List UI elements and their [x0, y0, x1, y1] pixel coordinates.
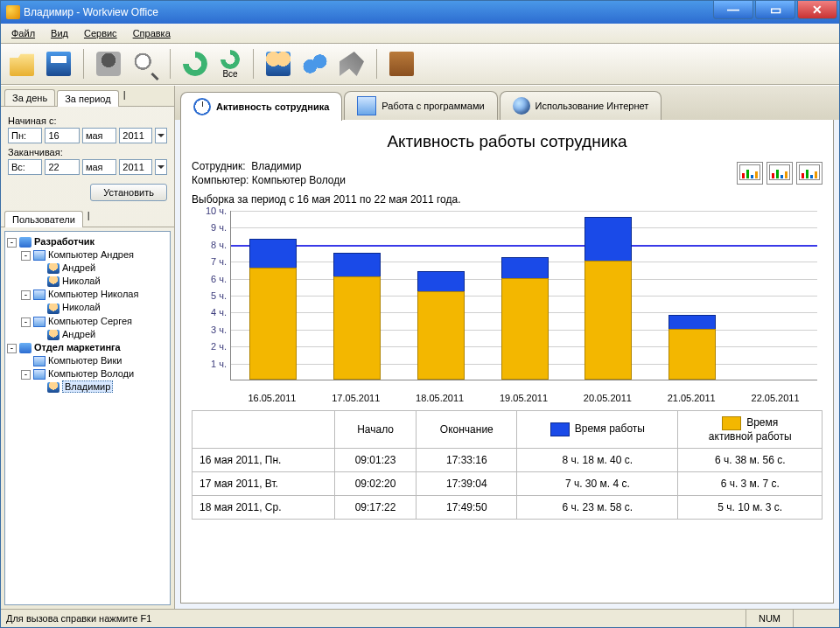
- tree-node[interactable]: -Компьютер Володи: [7, 367, 168, 380]
- open-button[interactable]: [6, 48, 38, 80]
- tree-node-label: Компьютер Андрея: [48, 249, 134, 260]
- menu-help[interactable]: Справка: [126, 26, 178, 40]
- y-tick: 3 ч.: [192, 324, 227, 335]
- tab-programs[interactable]: Работа с программами: [344, 91, 497, 120]
- statusbar: Для вызова справки нажмите F1 NUM: [1, 609, 839, 627]
- tree-node[interactable]: -Компьютер Николая: [7, 288, 168, 301]
- titlebar: Владимир - Workview Office — ▭ ✕: [1, 1, 839, 24]
- th-start: Начало: [334, 411, 416, 449]
- chevron-down-icon[interactable]: [155, 159, 167, 175]
- bar: [584, 217, 632, 380]
- refresh-icon: [183, 52, 207, 76]
- tree-node[interactable]: -Компьютер Андрея: [7, 248, 168, 262]
- status-num: NUM: [746, 610, 793, 627]
- tree-node[interactable]: Андрей: [7, 328, 168, 341]
- tree-node[interactable]: Николай: [7, 275, 168, 288]
- tree-toggle-icon[interactable]: -: [21, 317, 31, 327]
- menu-file[interactable]: Файл: [4, 26, 42, 40]
- computers-button[interactable]: [299, 48, 331, 80]
- tree-node-label: Компьютер Николая: [48, 289, 138, 299]
- legend-yellow-icon: [722, 416, 741, 430]
- date-from[interactable]: Пн: 16 мая 2011: [8, 128, 167, 143]
- user-tree[interactable]: -Разработчик-Компьютер АндреяАндрейНикол…: [4, 231, 171, 605]
- globe-icon: [513, 97, 530, 115]
- activity-table: Начало Окончание Время работы Время акти…: [192, 410, 822, 520]
- folder-icon: [19, 237, 32, 248]
- app-icon: [6, 5, 20, 19]
- activity-chart: 1 ч.2 ч.3 ч.4 ч.5 ч.6 ч.7 ч.8 ч.9 ч.10 ч…: [192, 211, 822, 403]
- tree-toggle-icon[interactable]: -: [21, 290, 31, 300]
- y-tick: 8 ч.: [192, 240, 227, 250]
- refresh-all-button[interactable]: Все: [216, 48, 244, 80]
- x-category: 19.05.2011: [500, 393, 548, 403]
- x-category: 21.05.2011: [668, 393, 716, 403]
- menu-service[interactable]: Сервис: [77, 26, 124, 40]
- folder-icon: [10, 52, 34, 76]
- tab-per-period[interactable]: За период: [57, 90, 118, 107]
- tree-node[interactable]: -Отдел маркетинга: [7, 341, 168, 354]
- tree-toggle-icon[interactable]: -: [7, 344, 17, 353]
- user-icon: [47, 382, 60, 393]
- computer-label: Компьютер:: [192, 174, 248, 186]
- y-tick: 4 ч.: [192, 307, 227, 317]
- selection-note: Выборка за период с 16 мая 2011 по 22 ма…: [192, 193, 822, 206]
- chart-view-1[interactable]: [737, 162, 763, 185]
- chart-view-2[interactable]: [766, 162, 793, 185]
- folder-icon: [19, 343, 32, 353]
- save-button[interactable]: [43, 48, 74, 80]
- tab-activity[interactable]: Активность сотрудника: [180, 92, 342, 121]
- tree-node-label: Владимир: [62, 380, 113, 393]
- x-category: 17.05.2011: [332, 393, 380, 403]
- print-button[interactable]: [93, 48, 124, 80]
- employee-label: Сотрудник:: [192, 160, 246, 172]
- tree-node-label: Разработчик: [34, 236, 94, 247]
- y-tick: 5 ч.: [192, 290, 227, 301]
- comp-icon: [33, 250, 46, 261]
- th-date: [192, 411, 335, 449]
- menu-view[interactable]: Вид: [44, 26, 75, 40]
- chart-view-3[interactable]: [796, 162, 822, 185]
- line-chart-icon: [799, 164, 820, 180]
- tab-per-day[interactable]: За день: [4, 89, 55, 106]
- tab-internet[interactable]: Использование Интернет: [500, 91, 662, 120]
- tree-node[interactable]: -Компьютер Сергея: [7, 315, 168, 328]
- close-button[interactable]: ✕: [797, 1, 837, 19]
- help-button[interactable]: [386, 48, 417, 80]
- employee-value: Владимир: [251, 160, 301, 172]
- maximize-button[interactable]: ▭: [755, 1, 795, 19]
- tree-node[interactable]: Николай: [7, 301, 168, 314]
- tab-users[interactable]: Пользователи: [4, 211, 83, 227]
- preview-button[interactable]: [130, 48, 161, 80]
- clock-icon: [193, 98, 211, 115]
- settings-button[interactable]: [336, 48, 368, 80]
- bar: [417, 271, 465, 380]
- table-row: 16 мая 2011, Пн.09:01:2317:33:168 ч. 18 …: [192, 449, 822, 472]
- toolbar: Все: [1, 44, 839, 85]
- comp-icon: [33, 369, 46, 380]
- tree-toggle-icon[interactable]: -: [7, 238, 17, 248]
- magnifier-icon: [133, 52, 158, 76]
- tree-node[interactable]: Андрей: [7, 262, 168, 275]
- users-button[interactable]: [262, 48, 294, 80]
- tree-node-label: Компьютер Вики: [48, 355, 122, 366]
- legend-blue-icon: [550, 422, 570, 436]
- minimize-button[interactable]: —: [713, 1, 753, 19]
- y-tick: 6 ч.: [192, 274, 227, 284]
- refresh-all-icon: [220, 50, 240, 69]
- chevron-down-icon[interactable]: [155, 128, 167, 143]
- apply-button[interactable]: Установить: [90, 184, 167, 201]
- refresh-all-label: Все: [222, 69, 237, 79]
- tree-toggle-icon[interactable]: -: [21, 251, 31, 261]
- tree-node[interactable]: Владимир: [7, 380, 168, 394]
- chart-view-buttons: [737, 162, 822, 185]
- tree-toggle-icon[interactable]: -: [21, 370, 31, 380]
- refresh-button[interactable]: [179, 48, 211, 80]
- wrench-icon: [340, 52, 364, 76]
- date-to[interactable]: Вс: 22 мая 2011: [8, 159, 167, 175]
- tree-node[interactable]: Компьютер Вики: [7, 354, 168, 367]
- window-title: Владимир - Workview Office: [24, 6, 713, 18]
- bar: [333, 253, 381, 380]
- status-hint: Для вызова справки нажмите F1: [6, 613, 151, 624]
- tree-node[interactable]: -Разработчик: [7, 235, 168, 248]
- y-tick: 1 ч.: [192, 359, 227, 369]
